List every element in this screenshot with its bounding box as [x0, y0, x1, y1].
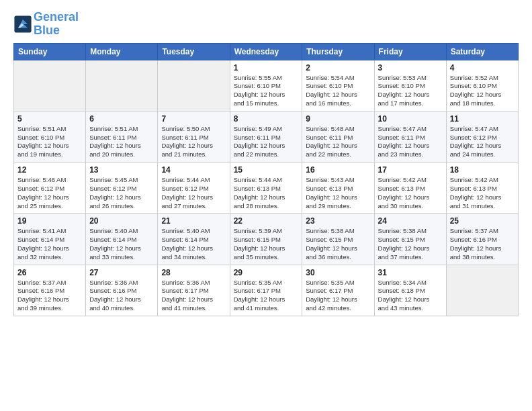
day-info: Sunrise: 5:47 AM Sunset: 6:12 PM Dayligh…: [450, 125, 515, 159]
calendar-cell: 13Sunrise: 5:45 AM Sunset: 6:12 PM Dayli…: [86, 163, 158, 214]
calendar-week-row: 5Sunrise: 5:51 AM Sunset: 6:10 PM Daylig…: [14, 111, 519, 162]
calendar-cell: 4Sunrise: 5:52 AM Sunset: 6:10 PM Daylig…: [446, 60, 518, 111]
day-info: Sunrise: 5:47 AM Sunset: 6:11 PM Dayligh…: [378, 125, 443, 159]
day-info: Sunrise: 5:34 AM Sunset: 6:18 PM Dayligh…: [378, 279, 443, 313]
day-info: Sunrise: 5:49 AM Sunset: 6:11 PM Dayligh…: [234, 125, 299, 159]
day-number: 16: [306, 165, 370, 175]
calendar-cell: 8Sunrise: 5:49 AM Sunset: 6:11 PM Daylig…: [230, 111, 302, 162]
day-number: 30: [306, 268, 370, 277]
day-info: Sunrise: 5:36 AM Sunset: 6:17 PM Dayligh…: [161, 279, 226, 313]
calendar-cell: 29Sunrise: 5:35 AM Sunset: 6:17 PM Dayli…: [230, 265, 302, 316]
weekday-header: Saturday: [446, 43, 518, 60]
calendar-cell: 7Sunrise: 5:50 AM Sunset: 6:11 PM Daylig…: [158, 111, 230, 162]
calendar-cell: 15Sunrise: 5:44 AM Sunset: 6:13 PM Dayli…: [230, 163, 302, 214]
day-number: 27: [89, 268, 154, 277]
day-info: Sunrise: 5:41 AM Sunset: 6:14 PM Dayligh…: [17, 227, 82, 261]
day-info: Sunrise: 5:43 AM Sunset: 6:13 PM Dayligh…: [306, 176, 370, 210]
calendar-cell: [14, 60, 86, 111]
calendar-cell: 3Sunrise: 5:53 AM Sunset: 6:10 PM Daylig…: [374, 60, 446, 111]
day-info: Sunrise: 5:40 AM Sunset: 6:14 PM Dayligh…: [161, 227, 226, 261]
calendar-cell: 17Sunrise: 5:42 AM Sunset: 6:13 PM Dayli…: [374, 163, 446, 214]
calendar-cell: 26Sunrise: 5:37 AM Sunset: 6:16 PM Dayli…: [14, 265, 86, 316]
day-info: Sunrise: 5:38 AM Sunset: 6:15 PM Dayligh…: [306, 227, 370, 261]
day-info: Sunrise: 5:48 AM Sunset: 6:11 PM Dayligh…: [306, 125, 370, 159]
day-info: Sunrise: 5:52 AM Sunset: 6:10 PM Dayligh…: [450, 74, 515, 108]
day-info: Sunrise: 5:44 AM Sunset: 6:13 PM Dayligh…: [234, 176, 299, 210]
calendar-week-row: 26Sunrise: 5:37 AM Sunset: 6:16 PM Dayli…: [14, 265, 519, 316]
calendar-cell: 20Sunrise: 5:40 AM Sunset: 6:14 PM Dayli…: [86, 214, 158, 265]
day-number: 15: [234, 165, 299, 175]
calendar-cell: 24Sunrise: 5:38 AM Sunset: 6:15 PM Dayli…: [374, 214, 446, 265]
header: General Blue: [13, 11, 519, 38]
day-info: Sunrise: 5:37 AM Sunset: 6:16 PM Dayligh…: [17, 279, 82, 313]
page: General Blue SundayMondayTuesdayWednesda…: [0, 0, 532, 411]
calendar-week-row: 19Sunrise: 5:41 AM Sunset: 6:14 PM Dayli…: [14, 214, 519, 265]
calendar-cell: 25Sunrise: 5:37 AM Sunset: 6:16 PM Dayli…: [446, 214, 518, 265]
calendar-cell: 2Sunrise: 5:54 AM Sunset: 6:10 PM Daylig…: [302, 60, 374, 111]
day-number: 17: [378, 165, 443, 175]
day-info: Sunrise: 5:35 AM Sunset: 6:17 PM Dayligh…: [306, 279, 370, 313]
day-number: 8: [234, 114, 299, 124]
day-info: Sunrise: 5:50 AM Sunset: 6:11 PM Dayligh…: [161, 125, 226, 159]
day-number: 4: [450, 63, 515, 73]
day-number: 25: [450, 216, 515, 226]
calendar: SundayMondayTuesdayWednesdayThursdayFrid…: [13, 43, 519, 316]
day-number: 6: [89, 114, 154, 124]
weekday-header: Tuesday: [158, 43, 230, 60]
day-info: Sunrise: 5:42 AM Sunset: 6:13 PM Dayligh…: [378, 176, 443, 210]
calendar-cell: 31Sunrise: 5:34 AM Sunset: 6:18 PM Dayli…: [374, 265, 446, 316]
calendar-cell: 1Sunrise: 5:55 AM Sunset: 6:10 PM Daylig…: [230, 60, 302, 111]
day-number: 3: [378, 63, 443, 73]
day-info: Sunrise: 5:53 AM Sunset: 6:10 PM Dayligh…: [378, 74, 443, 108]
calendar-cell: [86, 60, 158, 111]
weekday-header: Friday: [374, 43, 446, 60]
day-info: Sunrise: 5:45 AM Sunset: 6:12 PM Dayligh…: [89, 176, 154, 210]
calendar-cell: 16Sunrise: 5:43 AM Sunset: 6:13 PM Dayli…: [302, 163, 374, 214]
day-info: Sunrise: 5:40 AM Sunset: 6:14 PM Dayligh…: [89, 227, 154, 261]
day-number: 7: [161, 114, 226, 124]
calendar-cell: 9Sunrise: 5:48 AM Sunset: 6:11 PM Daylig…: [302, 111, 374, 162]
logo-text: General Blue: [34, 11, 79, 38]
calendar-week-row: 12Sunrise: 5:46 AM Sunset: 6:12 PM Dayli…: [14, 163, 519, 214]
day-number: 31: [378, 268, 443, 277]
calendar-cell: 23Sunrise: 5:38 AM Sunset: 6:15 PM Dayli…: [302, 214, 374, 265]
day-info: Sunrise: 5:38 AM Sunset: 6:15 PM Dayligh…: [378, 227, 443, 261]
day-info: Sunrise: 5:39 AM Sunset: 6:15 PM Dayligh…: [234, 227, 299, 261]
weekday-header: Thursday: [302, 43, 374, 60]
day-info: Sunrise: 5:54 AM Sunset: 6:10 PM Dayligh…: [306, 74, 370, 108]
logo: General Blue: [13, 11, 79, 38]
day-number: 2: [306, 63, 370, 73]
day-number: 26: [17, 268, 82, 277]
calendar-cell: 5Sunrise: 5:51 AM Sunset: 6:10 PM Daylig…: [14, 111, 86, 162]
day-number: 10: [378, 114, 443, 124]
day-number: 14: [161, 165, 226, 175]
day-info: Sunrise: 5:51 AM Sunset: 6:10 PM Dayligh…: [17, 125, 82, 159]
day-info: Sunrise: 5:51 AM Sunset: 6:11 PM Dayligh…: [89, 125, 154, 159]
calendar-cell: 21Sunrise: 5:40 AM Sunset: 6:14 PM Dayli…: [158, 214, 230, 265]
day-number: 29: [234, 268, 299, 277]
calendar-cell: 30Sunrise: 5:35 AM Sunset: 6:17 PM Dayli…: [302, 265, 374, 316]
calendar-week-row: 1Sunrise: 5:55 AM Sunset: 6:10 PM Daylig…: [14, 60, 519, 111]
day-number: 11: [450, 114, 515, 124]
day-number: 5: [17, 114, 82, 124]
calendar-cell: 19Sunrise: 5:41 AM Sunset: 6:14 PM Dayli…: [14, 214, 86, 265]
calendar-cell: 11Sunrise: 5:47 AM Sunset: 6:12 PM Dayli…: [446, 111, 518, 162]
day-info: Sunrise: 5:37 AM Sunset: 6:16 PM Dayligh…: [450, 227, 515, 261]
day-number: 28: [161, 268, 226, 277]
day-info: Sunrise: 5:46 AM Sunset: 6:12 PM Dayligh…: [17, 176, 82, 210]
calendar-cell: 12Sunrise: 5:46 AM Sunset: 6:12 PM Dayli…: [14, 163, 86, 214]
calendar-cell: 6Sunrise: 5:51 AM Sunset: 6:11 PM Daylig…: [86, 111, 158, 162]
day-number: 1: [234, 63, 299, 73]
day-number: 22: [234, 216, 299, 226]
day-info: Sunrise: 5:36 AM Sunset: 6:16 PM Dayligh…: [89, 279, 154, 313]
day-number: 12: [17, 165, 82, 175]
calendar-cell: 18Sunrise: 5:42 AM Sunset: 6:13 PM Dayli…: [446, 163, 518, 214]
calendar-cell: [446, 265, 518, 316]
weekday-header: Sunday: [14, 43, 86, 60]
calendar-cell: 14Sunrise: 5:44 AM Sunset: 6:12 PM Dayli…: [158, 163, 230, 214]
day-info: Sunrise: 5:42 AM Sunset: 6:13 PM Dayligh…: [450, 176, 515, 210]
calendar-cell: 28Sunrise: 5:36 AM Sunset: 6:17 PM Dayli…: [158, 265, 230, 316]
calendar-cell: 22Sunrise: 5:39 AM Sunset: 6:15 PM Dayli…: [230, 214, 302, 265]
day-number: 21: [161, 216, 226, 226]
day-info: Sunrise: 5:44 AM Sunset: 6:12 PM Dayligh…: [161, 176, 226, 210]
